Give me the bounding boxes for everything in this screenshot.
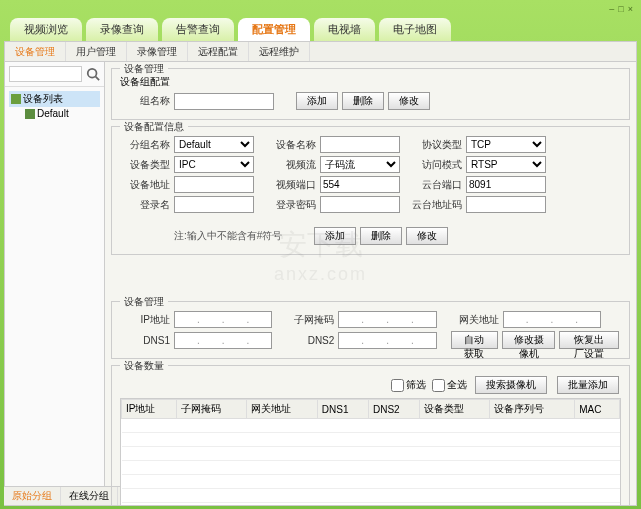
vport-label: 视频端口 [266,178,316,192]
table-header[interactable]: 设备序列号 [490,400,575,419]
main-tab[interactable]: 录像查询 [86,18,158,41]
proto-select[interactable]: TCP [466,136,546,153]
pwd-input[interactable] [320,196,400,213]
login-input[interactable] [174,196,254,213]
devname-label: 设备名称 [266,138,316,152]
main-tab[interactable]: 电子地图 [379,18,451,41]
group-name-label: 组名称 [120,94,170,108]
group-delete-button[interactable]: 删除 [342,92,384,110]
table-header[interactable]: 网关地址 [247,400,317,419]
sub-tabs: 设备管理用户管理录像管理远程配置远程维护 [5,42,636,62]
devaddr-input[interactable] [174,176,254,193]
mask-label: 子网掩码 [284,313,334,327]
table-row[interactable] [122,433,620,447]
table-row[interactable] [122,503,620,506]
main-panel: 设备管理 设备组配置 组名称 添加 删除 修改 设备配置信息 分组名称Defau… [105,62,636,505]
filter-checkbox[interactable]: 筛选 [391,378,426,392]
table-header[interactable]: DNS2 [368,400,419,419]
devtype-select[interactable]: IPC [174,156,254,173]
group-name-input[interactable] [174,93,274,110]
sub-tab[interactable]: 用户管理 [66,42,127,61]
mask-input[interactable]: ... [338,311,436,328]
ptzaddr-label: 云台地址码 [412,198,462,212]
footer-tab[interactable]: 在线分组 [61,487,118,505]
access-label: 访问模式 [412,158,462,172]
tree-root-label: 设备列表 [23,92,63,106]
main-tab[interactable]: 告警查询 [162,18,234,41]
footer-tab[interactable]: 原始分组 [4,487,61,505]
minimize-button[interactable]: – [609,4,614,14]
device-icon [25,109,35,119]
auto-get-button[interactable]: 自动获取 [451,331,498,349]
group-subtitle: 设备组配置 [120,75,621,89]
dns2-input[interactable]: ... [338,332,436,349]
dns1-label: DNS1 [120,335,170,346]
table-row[interactable] [122,461,620,475]
sidebar-search-input[interactable] [9,66,82,82]
tree-item-default[interactable]: Default [9,107,100,120]
main-tab[interactable]: 视频浏览 [10,18,82,41]
device-add-button[interactable]: 添加 [314,227,356,245]
network-section: 设备管理 IP地址... 子网掩码... 网关地址... DNS1... DNS… [111,301,630,359]
device-count-section: 设备数量 筛选 全选 搜索摄像机 批量添加 IP地址子网掩码网关地址DNS1DN… [111,365,630,505]
table-header[interactable]: DNS1 [317,400,368,419]
group-modify-button[interactable]: 修改 [388,92,430,110]
table-row[interactable] [122,489,620,503]
section-title: 设备配置信息 [120,120,188,134]
main-tab[interactable]: 配置管理 [238,18,310,41]
selectall-checkbox[interactable]: 全选 [432,378,467,392]
group-select[interactable]: Default [174,136,254,153]
device-modify-button[interactable]: 修改 [406,227,448,245]
ptzaddr-input[interactable] [466,196,546,213]
tree-item-label: Default [37,108,69,119]
main-tab[interactable]: 电视墙 [314,18,375,41]
pwd-label: 登录密码 [266,198,316,212]
table-row[interactable] [122,475,620,489]
devtype-label: 设备类型 [120,158,170,172]
group-select-label: 分组名称 [120,138,170,152]
proto-label: 协议类型 [412,138,462,152]
input-hint: 注:输入中不能含有#符号 [174,229,282,243]
ip-input[interactable]: ... [174,311,272,328]
devname-input[interactable] [320,136,400,153]
maximize-button[interactable]: □ [618,4,623,14]
table-header[interactable]: 子网掩码 [177,400,247,419]
login-label: 登录名 [120,198,170,212]
stream-select[interactable]: 子码流 [320,156,400,173]
sub-tab[interactable]: 远程维护 [249,42,310,61]
sidebar: 设备列表 Default 原始分组在线分组地图列表 [5,62,105,505]
close-button[interactable]: × [628,4,633,14]
tree-root[interactable]: 设备列表 [9,91,100,107]
section-title: 设备管理 [120,295,168,309]
group-add-button[interactable]: 添加 [296,92,338,110]
search-icon[interactable] [86,67,100,81]
table-row[interactable] [122,419,620,433]
svg-point-0 [88,69,97,78]
sub-tab[interactable]: 设备管理 [5,42,66,61]
device-tree: 设备列表 Default [5,87,104,124]
factory-reset-button[interactable]: 恢复出厂设置 [559,331,619,349]
stream-label: 视频流 [266,158,316,172]
pport-input[interactable] [466,176,546,193]
group-config-section: 设备管理 设备组配置 组名称 添加 删除 修改 [111,68,630,120]
device-config-section: 设备配置信息 分组名称Default 设备名称 协议类型TCP 设备类型IPC … [111,126,630,255]
devaddr-label: 设备地址 [120,178,170,192]
vport-input[interactable] [320,176,400,193]
table-header[interactable]: MAC [575,400,620,419]
section-title: 设备数量 [120,359,168,373]
dns2-label: DNS2 [284,335,334,346]
sub-tab[interactable]: 远程配置 [188,42,249,61]
table-header[interactable]: IP地址 [122,400,177,419]
modify-camera-button[interactable]: 修改摄像机 [502,331,555,349]
sub-tab[interactable]: 录像管理 [127,42,188,61]
dns1-input[interactable]: ... [174,332,272,349]
table-row[interactable] [122,447,620,461]
batch-add-button[interactable]: 批量添加 [557,376,619,394]
pport-label: 云台端口 [412,178,462,192]
table-header[interactable]: 设备类型 [420,400,490,419]
device-table[interactable]: IP地址子网掩码网关地址DNS1DNS2设备类型设备序列号MAC [120,398,621,505]
search-camera-button[interactable]: 搜索摄像机 [475,376,547,394]
gateway-input[interactable]: ... [503,311,601,328]
device-delete-button[interactable]: 删除 [360,227,402,245]
access-select[interactable]: RTSP [466,156,546,173]
